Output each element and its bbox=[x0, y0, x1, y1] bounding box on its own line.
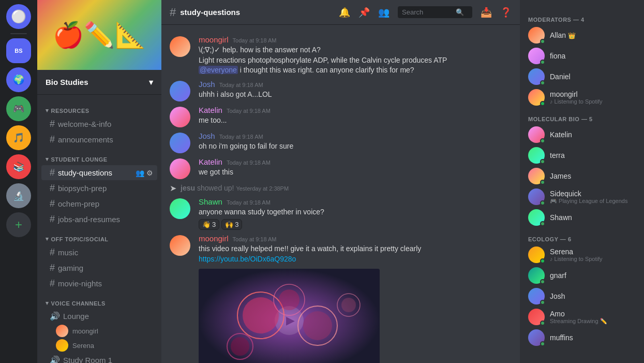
reaction-wave[interactable]: 👋 3 bbox=[199, 219, 219, 230]
server-icon-4[interactable]: 📚 bbox=[6, 154, 31, 179]
timestamp: Today at 9:18 AM bbox=[227, 199, 271, 206]
channel-biopsych-prep[interactable]: # biopsych-prep bbox=[41, 181, 157, 196]
add-server-button[interactable]: + bbox=[6, 212, 31, 237]
message-header-4: Josh Today at 9:18 AM bbox=[199, 132, 512, 140]
member-allan[interactable]: Allan 👑 bbox=[524, 25, 640, 46]
cell-visualization bbox=[199, 269, 380, 363]
voice-channel-lounge[interactable]: 🔊 Lounge bbox=[41, 309, 157, 323]
server-icon-2[interactable]: 🎮 bbox=[6, 96, 31, 121]
channel-jobs-resumes[interactable]: # jobs-and-resumes bbox=[41, 212, 157, 227]
member-gnarf[interactable]: gnarf bbox=[524, 265, 640, 286]
author-name: moongirl bbox=[199, 234, 229, 243]
svg-point-10 bbox=[341, 298, 356, 312]
members-icon[interactable]: 👥 bbox=[378, 7, 390, 18]
message-text: uhhh i also got A...LOL bbox=[199, 90, 512, 100]
author-name: Katelin bbox=[199, 157, 222, 166]
member-terra[interactable]: terra bbox=[524, 145, 640, 166]
member-info: Katelin bbox=[550, 130, 636, 139]
category-resources[interactable]: ▾ RESOURCES bbox=[37, 99, 161, 116]
message-header-5: Katelin Today at 9:18 AM bbox=[199, 157, 512, 166]
spotify-icon: ♪ bbox=[550, 98, 553, 105]
avatar-daniel bbox=[528, 68, 545, 85]
member-info: Amo Streaming Drawing ✏️ bbox=[550, 310, 636, 325]
system-text: jesu showed up! Yesterday at 2:38PM bbox=[181, 184, 289, 192]
avatar-terra bbox=[528, 147, 545, 164]
voice-user-moongirl[interactable]: moongirl bbox=[37, 324, 161, 338]
member-shawn[interactable]: Shawn bbox=[524, 207, 640, 228]
avatar-muffins bbox=[528, 329, 545, 346]
member-category-molbio: MOLECULAR BIO — 5 bbox=[524, 112, 640, 124]
member-james[interactable]: James bbox=[524, 166, 640, 186]
server-icon-bio-studies[interactable]: BS bbox=[6, 38, 31, 63]
avatar-allan bbox=[528, 27, 545, 43]
message-header-2: Josh Today at 9:18 AM bbox=[199, 80, 512, 89]
channel-music[interactable]: # music bbox=[41, 245, 157, 260]
channel-announcements[interactable]: # announcements bbox=[41, 132, 157, 147]
hash-icon: # bbox=[50, 247, 55, 258]
add-people-icon[interactable]: 👥 bbox=[136, 169, 144, 177]
timestamp: Today at 9:18 AM bbox=[233, 236, 277, 242]
avatar-katelin bbox=[528, 126, 545, 143]
hash-icon: # bbox=[50, 214, 55, 225]
member-serena[interactable]: Serena ♪ Listening to Spotify bbox=[524, 244, 640, 265]
member-status: ♪ Listening to Spotify bbox=[550, 98, 636, 105]
avatar-katelin bbox=[170, 158, 190, 179]
category-voice[interactable]: ▾ VOICE CHANNELS bbox=[37, 292, 161, 309]
member-josh[interactable]: Josh bbox=[524, 286, 640, 307]
search-box[interactable]: 🔍 bbox=[398, 6, 472, 18]
pin-icon[interactable]: 📌 bbox=[358, 7, 370, 18]
online-indicator bbox=[540, 180, 545, 185]
channel-ochem-prep[interactable]: # ochem-prep bbox=[41, 196, 157, 211]
search-input[interactable] bbox=[402, 8, 454, 16]
message-text: oh no i'm going to fail for sure bbox=[199, 141, 512, 152]
member-amo[interactable]: Amo Streaming Drawing ✏️ bbox=[524, 307, 640, 327]
category-student-lounge[interactable]: ▾ STUDENT LOUNGE bbox=[37, 148, 161, 165]
member-status: Streaming Drawing ✏️ bbox=[550, 318, 636, 325]
member-daniel[interactable]: Daniel bbox=[524, 66, 640, 87]
channel-sidebar: 🍎✏️📐 Bio Studies ▾ ▾ RESOURCES # welcome… bbox=[37, 0, 161, 363]
notification-bell-icon[interactable]: 🔔 bbox=[339, 7, 350, 18]
timestamp: Today at 9:18 AM bbox=[227, 159, 271, 166]
channel-movie-nights[interactable]: # movie-nights bbox=[41, 276, 157, 291]
video-embed[interactable]: ▶ bbox=[199, 269, 380, 363]
server-header[interactable]: Bio Studies ▾ bbox=[37, 70, 161, 95]
category-off-topic[interactable]: ▾ OFF TOPIC/SOCIAL bbox=[37, 227, 161, 244]
online-indicator bbox=[540, 221, 545, 226]
member-sidequick[interactable]: Sidequick 🎮 Playing League of Legends bbox=[524, 186, 640, 207]
chevron-icon: ▾ bbox=[46, 300, 49, 307]
avatar-james bbox=[528, 168, 545, 184]
member-muffins[interactable]: muffins bbox=[524, 327, 640, 348]
discord-home-button[interactable]: ⚪ bbox=[6, 4, 31, 29]
channel-gaming[interactable]: # gaming bbox=[41, 260, 157, 275]
hash-icon: # bbox=[50, 263, 55, 273]
member-name: James bbox=[550, 172, 636, 180]
server-icon-5[interactable]: 🔬 bbox=[6, 183, 31, 208]
reactions: 👋 3 🙌 3 bbox=[199, 219, 512, 230]
video-link[interactable]: https://youtu.be/OiDx6aQ928o bbox=[199, 255, 296, 263]
message-text: this video really helped me!! give it a … bbox=[199, 244, 512, 264]
member-name: Amo bbox=[550, 310, 636, 318]
reaction-clap[interactable]: 🙌 3 bbox=[221, 219, 242, 230]
message-text: me too... bbox=[199, 115, 512, 126]
server-icon-1[interactable]: 🌍 bbox=[6, 67, 31, 92]
member-katelin[interactable]: Katelin bbox=[524, 124, 640, 145]
avatar-josh bbox=[170, 133, 190, 153]
help-icon[interactable]: ❓ bbox=[500, 7, 512, 18]
channel-welcome-info[interactable]: # welcome-&-info bbox=[41, 117, 157, 132]
message-header-7: Shawn Today at 9:18 AM bbox=[199, 197, 512, 206]
voice-channel-study-room-1[interactable]: 🔊 Study Room 1 bbox=[41, 353, 157, 363]
channel-study-questions[interactable]: # study-questions 👥 ⚙ bbox=[41, 165, 157, 180]
online-indicator bbox=[540, 300, 545, 305]
online-indicator bbox=[540, 321, 545, 326]
member-fiona[interactable]: fiona bbox=[524, 46, 640, 66]
inbox-icon[interactable]: 📥 bbox=[481, 7, 492, 18]
member-moongirl[interactable]: moongirl ♪ Listening to Spotify bbox=[524, 87, 640, 108]
message-header-8: moongirl Today at 9:18 AM bbox=[199, 234, 512, 243]
arrow-right-icon: ➤ bbox=[170, 183, 176, 193]
voice-user-serena[interactable]: Serena bbox=[37, 338, 161, 353]
message-content-3: Katelin Today at 9:18 AM me too... bbox=[199, 106, 512, 127]
banner-decoration: 🍎✏️📐 bbox=[37, 0, 161, 70]
chevron-down-icon: ▾ bbox=[149, 78, 153, 87]
settings-icon[interactable]: ⚙ bbox=[146, 169, 153, 177]
server-icon-3[interactable]: 🎵 bbox=[6, 125, 31, 150]
